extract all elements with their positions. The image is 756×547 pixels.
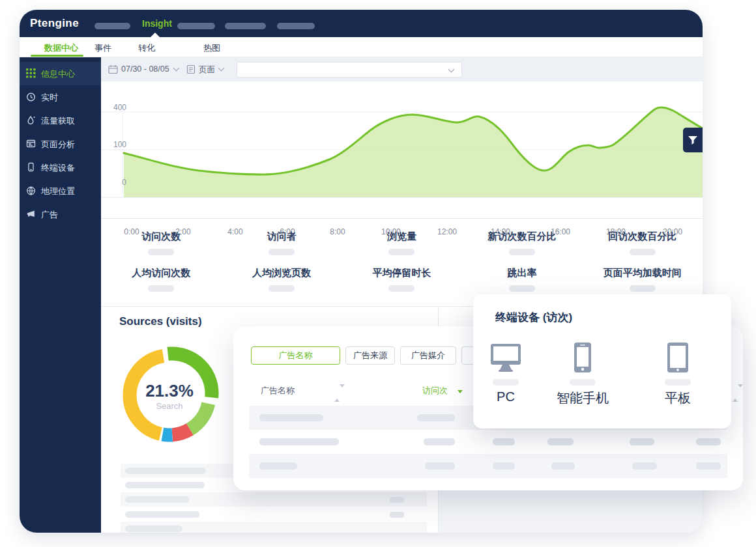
device-icon — [26, 162, 36, 172]
cell-placeholder — [547, 438, 574, 445]
page-icon — [26, 139, 36, 148]
megaphone-icon — [26, 209, 36, 219]
cell-placeholder — [259, 462, 297, 470]
metric-pageviews[interactable]: 浏览量 — [342, 231, 462, 255]
y-tick-400: 400 — [105, 103, 126, 112]
y-tick-0: 0 — [105, 178, 126, 187]
cell-placeholder — [696, 462, 721, 470]
metric-value-placeholder — [269, 285, 295, 292]
area-chart-canvas — [101, 81, 703, 221]
chevron-down-icon — [173, 65, 180, 72]
sidebar-item-info-center[interactable]: 信息中心 — [20, 62, 101, 85]
cell-placeholder — [425, 462, 455, 470]
sidebar-item-page-analysis[interactable]: 页面分析 — [20, 132, 101, 156]
column-header-ad-name[interactable]: 广告名称 — [261, 385, 295, 397]
metric-value-placeholder — [388, 249, 414, 255]
smartphone-icon — [574, 343, 591, 372]
metric-visits-per-user[interactable]: 人均访问次数 — [101, 267, 222, 292]
table-row[interactable] — [249, 430, 727, 454]
cell-placeholder — [551, 462, 575, 470]
filter-funnel-button[interactable] — [683, 128, 703, 152]
sources-card-title: Sources (visits) — [119, 315, 202, 328]
nav-item-insight[interactable]: Insight — [142, 18, 172, 29]
metric-pages-per-user[interactable]: 人均浏览页数 — [222, 267, 342, 292]
device-value-placeholder — [665, 379, 691, 386]
ad-filter-button-name[interactable]: 广告名称 — [251, 346, 340, 365]
source-list-item[interactable] — [121, 492, 427, 507]
ptengine-logo: Ptengine — [30, 17, 79, 30]
drop-icon — [26, 115, 36, 125]
nav-menu-placeholder[interactable] — [177, 23, 215, 29]
chevron-down-icon — [448, 66, 455, 73]
document-icon — [186, 64, 196, 74]
column-header-visits[interactable]: 访问次 — [422, 385, 448, 397]
tab-conversion[interactable]: 转化 — [138, 42, 155, 54]
sidebar-item-geo[interactable]: 地理位置 — [20, 179, 101, 203]
device-value-placeholder — [570, 379, 596, 386]
metric-value-placeholder — [630, 249, 656, 255]
metrics-row-1: 访问次数 访问者 浏览量 新访次数百分比 回访次数百分比 — [101, 231, 703, 255]
tab-events[interactable]: 事件 — [94, 42, 111, 54]
sort-desc-icon[interactable] — [458, 390, 463, 393]
source-value-placeholder — [390, 512, 404, 518]
metric-visits[interactable]: 访问次数 — [101, 231, 222, 255]
donut-center-value: 21.3% — [117, 381, 222, 401]
ad-filter-button-medium[interactable]: 广告媒介 — [400, 346, 456, 365]
sidebar-item-label: 实时 — [41, 92, 58, 104]
tab-heatmap[interactable]: 热图 — [203, 42, 220, 54]
visits-area-chart — [101, 81, 703, 221]
metric-avg-load-time[interactable]: 页面平均加载时间 — [582, 267, 703, 292]
sidebar-item-traffic[interactable]: 流量获取 — [20, 109, 101, 132]
cell-placeholder — [424, 438, 455, 445]
tablet-icon — [667, 343, 688, 372]
sidebar-item-label: 地理位置 — [41, 186, 75, 197]
sidebar-item-devices[interactable]: 终端设备 — [20, 156, 101, 179]
metric-value-placeholder — [509, 285, 535, 292]
device-label-pc: PC — [473, 389, 538, 404]
device-card-title: 终端设备 (访次) — [495, 310, 572, 325]
chevron-down-icon — [218, 65, 225, 72]
nav-menu-placeholder[interactable] — [94, 23, 130, 29]
clock-icon — [26, 92, 36, 102]
table-row[interactable] — [249, 454, 727, 478]
device-summary-card: 终端设备 (访次) PC 智能手机 平板 — [473, 294, 731, 428]
sidebar-item-realtime[interactable]: 实时 — [20, 85, 101, 109]
metric-bounce-rate[interactable]: 跳出率 — [462, 267, 583, 292]
dimension-selector[interactable]: 页面 — [199, 64, 215, 76]
nav-menu-placeholder[interactable] — [225, 23, 266, 29]
metric-value-placeholder — [509, 249, 535, 255]
globe-icon — [26, 186, 36, 195]
cell-placeholder — [417, 414, 455, 421]
sidebar-item-label: 广告 — [41, 209, 58, 221]
page-filter-select[interactable] — [237, 62, 462, 77]
source-value-placeholder — [390, 497, 404, 503]
calendar-icon — [108, 64, 118, 74]
metric-return-visit-pct[interactable]: 回访次数百分比 — [582, 231, 703, 255]
sidebar-item-label: 信息中心 — [41, 68, 75, 80]
metrics-row-2: 人均访问次数 人均浏览页数 平均停留时长 跳出率 页面平均加载时间 — [101, 267, 703, 292]
metric-avg-duration[interactable]: 平均停留时长 — [342, 267, 462, 292]
source-label-placeholder — [125, 496, 189, 503]
metric-value-placeholder — [630, 285, 656, 292]
sort-icon[interactable] — [733, 387, 738, 399]
metric-new-visit-pct[interactable]: 新访次数百分比 — [462, 231, 583, 255]
nav-menu-placeholder[interactable] — [277, 23, 315, 29]
source-list-item[interactable] — [121, 507, 427, 522]
ad-filter-button-source[interactable]: 广告来源 — [345, 346, 395, 365]
metric-visitors[interactable]: 访问者 — [222, 231, 342, 255]
device-value-placeholder — [493, 379, 519, 386]
sort-icon[interactable] — [334, 387, 340, 399]
source-label-placeholder — [125, 482, 205, 488]
date-range-picker[interactable]: 07/30 - 08/05 — [121, 64, 169, 74]
sidebar-item-ads[interactable]: 广告 — [20, 203, 101, 226]
cell-placeholder — [696, 438, 721, 445]
tab-data-center[interactable]: 数据中心 — [44, 42, 78, 54]
area-fill — [124, 107, 703, 197]
device-label-tablet: 平板 — [645, 389, 710, 407]
source-list-item[interactable] — [121, 522, 427, 533]
metric-value-placeholder — [148, 249, 174, 255]
source-label-placeholder — [125, 511, 199, 518]
sidebar-item-label: 页面分析 — [41, 139, 75, 150]
desktop-icon — [490, 343, 521, 372]
donut-center-label: 21.3% Search — [117, 343, 222, 447]
